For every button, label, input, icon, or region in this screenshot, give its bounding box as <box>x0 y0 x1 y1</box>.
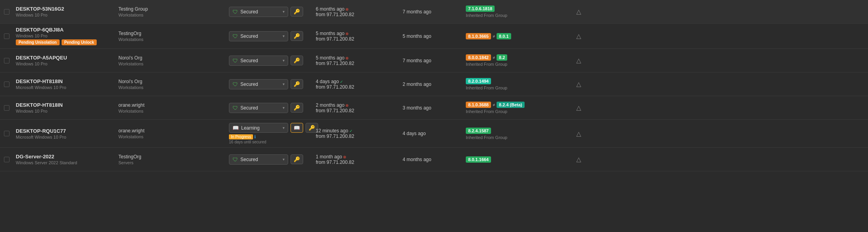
chevron-down-icon: ▾ <box>283 82 285 86</box>
table-row: DESKTOP-HT818INMicrosoft Windows 10 ProN… <box>0 72 868 96</box>
group-sub: Servers <box>118 160 229 165</box>
policy-label: Secured <box>240 105 280 111</box>
last-seen-time: 12 minutes ago ✓ <box>316 128 403 134</box>
policy-dropdown[interactable]: 📖Learning▾ <box>229 123 288 133</box>
table-row: DESKTOP-53N16G2Windows 10 ProTesting Gro… <box>0 0 868 24</box>
row-checkbox-col <box>4 105 16 111</box>
last-seen-col: 2 months ago ⊗from 97.71.200.82 <box>316 102 403 113</box>
group-sub: Workstations <box>118 134 229 139</box>
policy-inner: 🛡Secured▾🔑 <box>229 154 316 165</box>
shield-icon: 🛡 <box>232 156 238 163</box>
device-os: Windows 10 Pro <box>16 61 118 66</box>
row-checkbox[interactable] <box>4 58 9 63</box>
version-block: 8.2.4.1587Inherited From Group <box>466 128 576 140</box>
alert-icon[interactable]: △ <box>576 104 581 111</box>
last-seen-col: 12 minutes ago ✓from 97.71.200.82 <box>316 128 403 139</box>
group-name[interactable]: Noroi's Org <box>118 79 229 84</box>
device-name[interactable]: DESKTOP-53N16G2 <box>16 6 118 12</box>
group-name[interactable]: TestingOrg <box>118 31 229 36</box>
last-seen-from: from 97.71.200.82 <box>316 12 403 17</box>
row-checkbox[interactable] <box>4 131 9 136</box>
version-block: 8.1.0.3688 ≠ 8.2.4 (Beta)Inherited From … <box>466 102 576 114</box>
group-name[interactable]: TestingOrg <box>118 154 229 160</box>
version-tag: 8.1.0.3665 ≠ 8.0.1 <box>466 33 576 39</box>
policy-label: Secured <box>240 82 280 87</box>
policy-key-button[interactable]: 🔑 <box>291 56 303 65</box>
version-current-badge: 7.1.0.6.1818 <box>466 6 495 12</box>
alert-icon[interactable]: △ <box>576 81 581 87</box>
policy-dropdown[interactable]: 🛡Secured▾ <box>229 103 288 113</box>
device-os: Windows 10 Pro <box>16 109 118 113</box>
device-name[interactable]: DESKTOP-HT818IN <box>16 102 118 108</box>
alert-icon[interactable]: △ <box>576 156 581 163</box>
device-name[interactable]: DESKTOP-HT818IN <box>16 78 118 84</box>
policy-label: Secured <box>240 157 280 162</box>
policy-dropdown[interactable]: 🛡Secured▾ <box>229 56 288 66</box>
actions-col: △ <box>576 156 596 163</box>
enrolled-time: 3 months ago <box>403 105 466 111</box>
devices-table: DESKTOP-53N16G2Windows 10 ProTesting Gro… <box>0 0 868 171</box>
chevron-down-icon: ▾ <box>283 34 285 38</box>
alert-icon[interactable]: △ <box>576 33 581 39</box>
group-name[interactable]: Testing Group <box>118 6 229 12</box>
last-seen-time: 5 months ago ⊗ <box>316 31 403 36</box>
policy-label: Learning <box>241 125 280 131</box>
policy-inner: 🛡Secured▾🔑 <box>229 103 316 113</box>
table-row: DG-Server-2022Windows Server 2022 Standa… <box>0 148 868 171</box>
row-checkbox[interactable] <box>4 105 9 111</box>
policy-dropdown[interactable]: 🛡Secured▾ <box>229 31 288 41</box>
row-checkbox-col <box>4 131 16 136</box>
policy-col: 🛡Secured▾🔑 <box>229 31 316 41</box>
version-col: 8.2.0.1494Inherited From Group <box>466 78 576 90</box>
green-status-icon: ✓ <box>348 129 352 133</box>
row-checkbox[interactable] <box>4 82 9 87</box>
enrolled-col: 2 months ago <box>403 82 466 87</box>
policy-dropdown[interactable]: 🛡Secured▾ <box>229 79 288 89</box>
policy-key-button[interactable]: 🔑 <box>291 31 303 41</box>
device-name[interactable]: DESKTOP-RQU1C77 <box>16 128 118 134</box>
version-target-badge: 8.0.1 <box>497 33 511 39</box>
enrolled-time: 2 months ago <box>403 82 466 87</box>
group-name[interactable]: Noroi's Org <box>118 55 229 61</box>
version-inherited: Inherited From Group <box>466 109 576 114</box>
group-name[interactable]: orane.wright <box>118 102 229 108</box>
last-seen-from: from 97.71.200.82 <box>316 160 403 165</box>
enrolled-col: 3 months ago <box>403 105 466 111</box>
device-name[interactable]: DESKTOP-A5APQEU <box>16 55 118 61</box>
learning-icon-button[interactable]: 📖 <box>291 123 303 133</box>
policy-dropdown[interactable]: 🛡Secured▾ <box>229 7 288 17</box>
alert-icon[interactable]: △ <box>576 130 581 137</box>
green-status-icon: ✓ <box>339 80 343 84</box>
last-seen-col: 6 months ago ⊗from 97.71.200.82 <box>316 6 403 17</box>
device-name[interactable]: DESKTOP-6QBJI8A <box>16 27 118 33</box>
row-checkbox[interactable] <box>4 9 9 15</box>
row-checkbox[interactable] <box>4 33 9 39</box>
group-sub: Workstations <box>118 61 229 66</box>
policy-key-button[interactable]: 🔑 <box>291 154 303 164</box>
policy-key-button[interactable]: 🔑 <box>291 7 303 17</box>
row-checkbox-col <box>4 157 16 162</box>
policy-key-button[interactable]: 🔑 <box>291 79 303 89</box>
group-name[interactable]: orane.wright <box>118 128 229 134</box>
policy-col: 🛡Secured▾🔑 <box>229 103 316 113</box>
alert-icon[interactable]: △ <box>576 8 581 15</box>
policy-key-button[interactable]: 🔑 <box>291 103 303 113</box>
version-target-badge: 8.2 <box>497 54 507 61</box>
not-equal-icon: ≠ <box>493 102 495 107</box>
info-icon: ℹ <box>254 134 256 139</box>
last-seen-from: from 97.71.200.82 <box>316 108 403 113</box>
alert-icon[interactable]: △ <box>576 57 581 64</box>
policy-dropdown[interactable]: 🛡Secured▾ <box>229 154 288 165</box>
row-checkbox-col <box>4 33 16 39</box>
device-name[interactable]: DG-Server-2022 <box>16 154 118 160</box>
policy-inner: 🛡Secured▾🔑 <box>229 56 316 66</box>
enrolled-col: 4 months ago <box>403 157 466 162</box>
device-col: DESKTOP-HT818INWindows 10 Pro <box>16 102 118 113</box>
last-seen-col: 4 days ago ✓from 97.71.200.82 <box>316 79 403 90</box>
shield-icon: 🛡 <box>232 81 238 87</box>
version-current-badge: 8.1.0.3665 <box>466 33 491 39</box>
group-sub: Workstations <box>118 13 229 17</box>
row-checkbox[interactable] <box>4 157 9 162</box>
enrolled-time: 7 months ago <box>403 9 466 15</box>
version-current-badge: 8.1.0.3688 <box>466 102 491 108</box>
